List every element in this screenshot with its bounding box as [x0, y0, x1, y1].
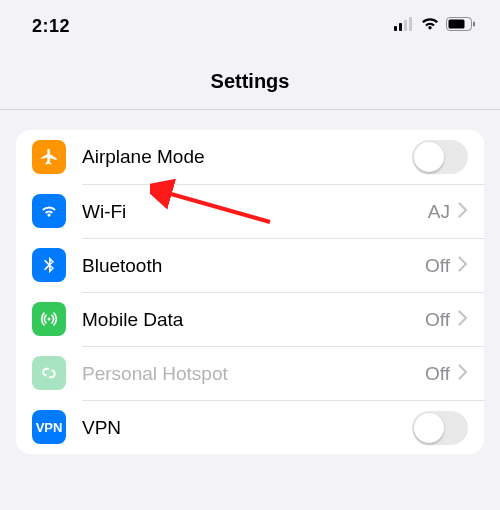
- page-title: Settings: [0, 70, 500, 93]
- settings-content: Airplane Mode Wi-Fi AJ Bluetooth: [0, 110, 500, 474]
- vpn-switch[interactable]: [412, 411, 468, 445]
- status-bar: 2:12: [0, 0, 500, 40]
- svg-rect-5: [449, 20, 465, 29]
- row-label: Wi-Fi: [82, 201, 428, 223]
- row-label: Personal Hotspot: [82, 363, 425, 385]
- status-time: 2:12: [32, 16, 70, 37]
- row-label: Airplane Mode: [82, 146, 412, 168]
- row-label: Mobile Data: [82, 309, 425, 331]
- airplane-icon: [32, 140, 66, 174]
- chevron-right-icon: [458, 310, 468, 330]
- svg-rect-0: [394, 26, 397, 31]
- chevron-right-icon: [458, 202, 468, 222]
- airplane-switch[interactable]: [412, 140, 468, 174]
- row-personal-hotspot[interactable]: Personal Hotspot Off: [16, 346, 484, 400]
- svg-point-7: [48, 318, 51, 321]
- svg-rect-2: [404, 20, 407, 31]
- status-indicators: [394, 17, 476, 35]
- row-value: Off: [425, 255, 450, 277]
- wifi-icon: [32, 194, 66, 228]
- hotspot-icon: [32, 356, 66, 390]
- svg-rect-6: [473, 22, 475, 27]
- row-label: Bluetooth: [82, 255, 425, 277]
- chevron-right-icon: [458, 256, 468, 276]
- row-value: AJ: [428, 201, 450, 223]
- settings-header: Settings: [0, 40, 500, 110]
- row-vpn[interactable]: VPN VPN: [16, 400, 484, 454]
- vpn-icon: VPN: [32, 410, 66, 444]
- chevron-right-icon: [458, 364, 468, 384]
- antenna-icon: [32, 302, 66, 336]
- bluetooth-icon: [32, 248, 66, 282]
- battery-icon: [446, 17, 476, 35]
- wifi-status-icon: [420, 17, 440, 35]
- row-value: Off: [425, 363, 450, 385]
- row-airplane-mode[interactable]: Airplane Mode: [16, 130, 484, 184]
- settings-group-connectivity: Airplane Mode Wi-Fi AJ Bluetooth: [16, 130, 484, 454]
- cellular-icon: [394, 17, 414, 35]
- row-mobile-data[interactable]: Mobile Data Off: [16, 292, 484, 346]
- svg-rect-1: [399, 23, 402, 31]
- row-value: Off: [425, 309, 450, 331]
- row-wifi[interactable]: Wi-Fi AJ: [16, 184, 484, 238]
- row-bluetooth[interactable]: Bluetooth Off: [16, 238, 484, 292]
- svg-rect-3: [409, 17, 412, 31]
- row-label: VPN: [82, 417, 412, 439]
